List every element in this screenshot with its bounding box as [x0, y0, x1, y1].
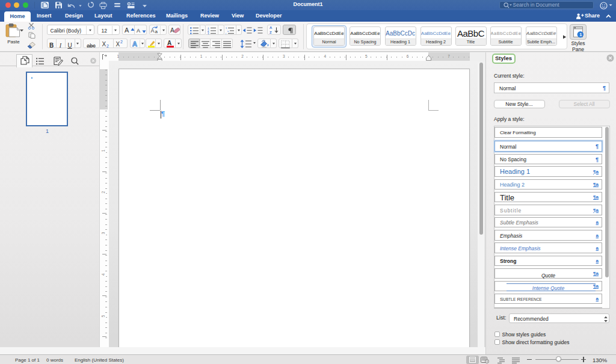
- svg-text:i: i: [226, 32, 226, 34]
- svg-text:3: 3: [208, 32, 209, 34]
- svg-text:1: 1: [579, 32, 582, 37]
- svg-text:a: a: [227, 29, 229, 32]
